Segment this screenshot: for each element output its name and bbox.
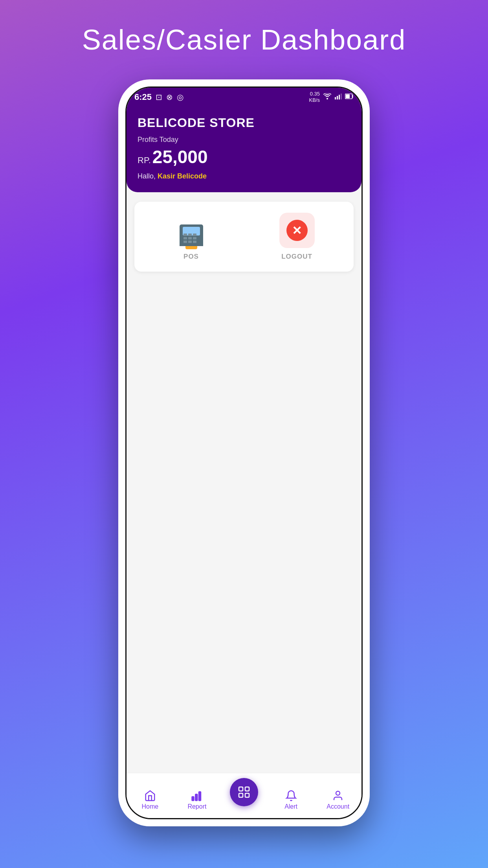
status-time: 6:25 bbox=[134, 92, 152, 102]
greeting-name: Kasir Belicode bbox=[158, 172, 207, 180]
profits-label: Profits Today bbox=[138, 136, 350, 144]
pos-keys bbox=[183, 234, 199, 243]
nav-label-home: Home bbox=[141, 803, 158, 810]
app-header: BELICODE STORE Profits Today RP. 25,000 … bbox=[127, 106, 361, 192]
pos-label: POS bbox=[183, 253, 199, 261]
pos-machine-icon bbox=[178, 215, 205, 246]
status-icon-3: ◎ bbox=[177, 92, 183, 102]
pos-action[interactable]: POS bbox=[142, 213, 240, 261]
pos-stand bbox=[185, 246, 197, 249]
logout-x-icon: ✕ bbox=[286, 220, 308, 241]
profits-value: 25,000 bbox=[152, 146, 208, 167]
logout-label: LOGOUT bbox=[281, 253, 312, 261]
pos-key bbox=[183, 234, 187, 236]
svg-rect-9 bbox=[239, 787, 243, 791]
pos-paper bbox=[181, 210, 198, 215]
pos-key bbox=[193, 241, 196, 243]
svg-rect-1 bbox=[337, 96, 338, 99]
signal-icon bbox=[335, 93, 342, 101]
pos-key bbox=[188, 241, 192, 243]
store-name: BELICODE STORE bbox=[138, 116, 350, 130]
svg-rect-5 bbox=[346, 94, 350, 98]
svg-rect-7 bbox=[196, 794, 198, 800]
svg-rect-11 bbox=[239, 793, 243, 797]
svg-rect-12 bbox=[245, 793, 249, 797]
report-icon bbox=[191, 790, 203, 802]
pos-body bbox=[180, 224, 203, 246]
svg-rect-0 bbox=[335, 97, 336, 99]
logout-action[interactable]: ✕ LOGOUT bbox=[248, 213, 346, 261]
battery-icon bbox=[345, 94, 354, 101]
svg-rect-3 bbox=[341, 94, 342, 99]
pos-key bbox=[193, 234, 196, 236]
profits-amount: RP. 25,000 bbox=[138, 146, 350, 167]
phone-screen: 6:25 ⊡ ⊗ ◎ 0.35KB/s bbox=[125, 86, 363, 819]
svg-point-13 bbox=[336, 791, 340, 795]
greeting: Hallo, Kasir Belicode bbox=[138, 172, 350, 180]
logout-icon-container: ✕ bbox=[279, 213, 315, 248]
bottom-nav: Home Report bbox=[127, 773, 361, 818]
svg-rect-10 bbox=[245, 787, 249, 791]
nav-item-account[interactable]: Account bbox=[314, 790, 361, 810]
nav-label-account: Account bbox=[327, 803, 349, 810]
pos-icon-container bbox=[174, 213, 209, 248]
status-icon-1: ⊡ bbox=[156, 92, 162, 102]
scan-icon bbox=[237, 785, 251, 799]
svg-rect-2 bbox=[339, 95, 340, 99]
page-title: Sales/Casier Dashboard bbox=[82, 24, 406, 56]
pos-key bbox=[193, 237, 196, 239]
scan-button[interactable] bbox=[230, 778, 258, 806]
wifi-icon bbox=[323, 93, 332, 101]
status-right: 0.35KB/s bbox=[309, 91, 354, 103]
status-left: 6:25 ⊡ ⊗ ◎ bbox=[134, 92, 183, 102]
status-icon-2: ⊗ bbox=[166, 92, 173, 102]
nav-item-alert[interactable]: Alert bbox=[268, 790, 315, 810]
svg-rect-8 bbox=[199, 792, 201, 801]
pos-key bbox=[188, 237, 192, 239]
status-bar: 6:25 ⊡ ⊗ ◎ 0.35KB/s bbox=[127, 88, 361, 106]
pos-key bbox=[188, 234, 192, 236]
nav-label-report: Report bbox=[187, 803, 206, 810]
nav-item-report[interactable]: Report bbox=[174, 790, 221, 810]
network-speed: 0.35KB/s bbox=[309, 91, 320, 103]
action-card: POS ✕ LOGOUT bbox=[134, 202, 354, 272]
nav-label-alert: Alert bbox=[284, 803, 297, 810]
nav-center[interactable] bbox=[220, 778, 268, 810]
pos-key bbox=[183, 237, 187, 239]
account-icon bbox=[332, 790, 344, 802]
main-content: POS ✕ LOGOUT bbox=[127, 192, 361, 773]
nav-item-home[interactable]: Home bbox=[127, 790, 174, 810]
phone-frame: 6:25 ⊡ ⊗ ◎ 0.35KB/s bbox=[118, 79, 370, 826]
svg-rect-6 bbox=[192, 797, 194, 801]
pos-key bbox=[183, 241, 187, 243]
alert-icon bbox=[285, 790, 297, 802]
home-icon bbox=[144, 790, 156, 802]
greeting-prefix: Hallo, bbox=[138, 172, 156, 180]
currency-prefix: RP. bbox=[138, 155, 151, 166]
